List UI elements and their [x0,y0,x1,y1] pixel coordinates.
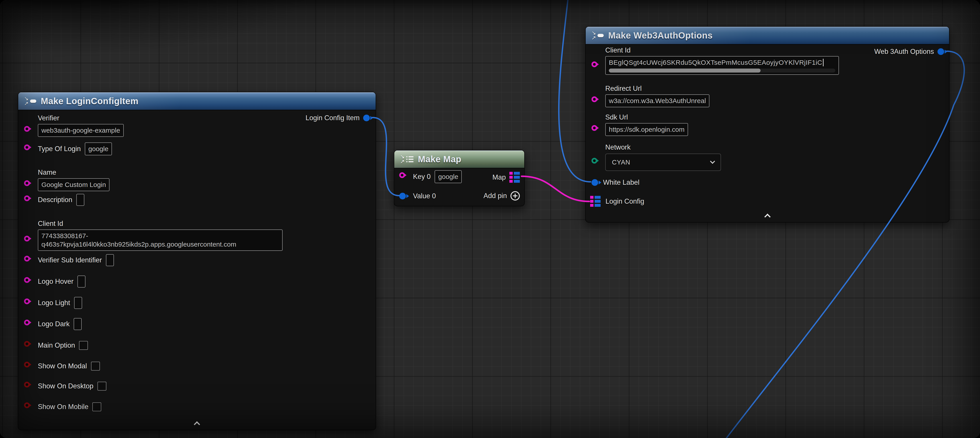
pin-sdk-url[interactable] [592,125,597,131]
description-label: Description [38,196,72,204]
pin-logo-light[interactable] [24,298,30,304]
login-config-label: Login Config [606,197,644,206]
node-header-make-loginconfigitem[interactable]: ↘↗ Make LoginConfigItem [18,92,375,110]
logo-dark-input[interactable] [74,318,82,330]
field-verifier: Verifier web3auth-google-example [38,114,124,137]
client-id-input[interactable]: BEglQSgt4cUWcj6SKRdu5QkOXTsePmMcusG5EAoy… [605,56,839,75]
node-header-make-web3authoptions[interactable]: ↘↗ Make Web3AuthOptions [586,27,949,45]
field-logo-light: Logo Light [38,297,82,309]
logo-light-input[interactable] [74,297,82,309]
redirect-url-input[interactable]: w3a://com.w3a.Web3AuthUnreal [605,94,710,107]
network-label: Network [605,143,721,152]
pin-logo-hover[interactable] [24,277,30,283]
show-on-desktop-checkbox[interactable] [97,382,107,390]
pin-show-on-desktop[interactable] [24,382,30,387]
field-redirect-url: Redirect Url w3a://com.w3a.Web3AuthUnrea… [605,84,710,107]
show-on-modal-label: Show On Modal [38,362,87,371]
node-make-loginconfigitem[interactable]: ↘↗ Make LoginConfigItem Login Config Ite… [18,92,376,430]
network-selected-value: CYAN [612,159,630,166]
pin-client-id[interactable] [592,61,597,67]
output-pin-label: Login Config Item [305,113,360,123]
field-sdk-url: Sdk Url https://sdk.openlogin.com [605,113,688,136]
pin-description[interactable] [24,196,30,201]
add-pin-label: Add pin [484,191,507,200]
wire-map-to-login-config[interactable] [522,176,589,201]
verifier-sub-identifier-input[interactable] [106,254,114,266]
field-main-option: Main Option [38,341,88,350]
add-pin-button[interactable] [511,191,520,201]
pin-verifier[interactable] [24,126,30,132]
pin-value-0[interactable] [399,193,406,199]
name-label: Name [38,168,110,177]
output-pin-map[interactable] [509,172,520,183]
show-on-mobile-label: Show On Mobile [38,402,88,411]
pin-logo-dark[interactable] [24,320,30,325]
show-on-mobile-checkbox[interactable] [92,402,101,411]
pin-name[interactable] [24,180,30,186]
pin-white-label[interactable] [592,179,598,186]
collapse-node-chevron-icon[interactable] [194,421,200,427]
logo-light-label: Logo Light [38,298,70,307]
logo-hover-label: Logo Hover [38,277,73,286]
field-type-of-login: Type Of Login google [38,142,112,155]
node-make-web3authoptions[interactable]: ↘↗ Make Web3AuthOptions Web 3Auth Option… [585,26,950,223]
field-verifier-sub-identifier: Verifier Sub Identifier [38,254,114,266]
field-description: Description [38,194,84,206]
node-make-map[interactable]: ↘↗ Make Map Key 0 google Map Value 0 Add… [394,150,525,206]
client-id-value: BEglQSgt4cUWcj6SKRdu5QkOXTsePmMcusG5EAoy… [609,58,822,67]
main-option-checkbox[interactable] [79,341,88,350]
add-pin-row: Add pin [484,191,520,201]
pin-network[interactable] [592,158,597,164]
chevron-down-icon [710,159,715,164]
verifier-label: Verifier [38,114,124,123]
key-0-input[interactable]: google [434,170,462,183]
horizontal-scrollbar-thumb[interactable] [609,68,760,73]
pin-show-on-modal[interactable] [24,362,30,368]
white-label-label: White Label [603,178,640,187]
description-input[interactable] [76,194,84,206]
output-pin-login-config-item[interactable] [363,115,370,121]
web3auth-options-output-label: Web 3Auth Options [874,47,934,56]
pin-main-option[interactable] [24,341,30,347]
field-client-id: Client Id BEglQSgt4cUWcj6SKRdu5QkOXTsePm… [605,46,839,75]
pin-verifier-sub-identifier[interactable] [24,256,30,261]
pin-key-0[interactable] [399,172,405,178]
sdk-url-input[interactable]: https://sdk.openlogin.com [605,123,688,136]
logo-dark-label: Logo Dark [38,320,70,328]
redirect-url-label: Redirect Url [605,84,710,93]
horizontal-scrollbar-track[interactable] [609,68,835,73]
make-struct-icon: ↘↗ [592,31,604,40]
map-output-label: Map [492,173,506,182]
show-on-modal-checkbox[interactable] [91,362,100,371]
network-dropdown[interactable]: CYAN [605,154,721,171]
field-white-label: White Label [592,178,640,187]
pin-client-id[interactable] [24,236,30,242]
field-key-0: Key 0 google [413,170,462,183]
collapse-node-chevron-icon[interactable] [764,213,771,219]
pin-type-of-login[interactable] [24,145,30,150]
pin-redirect-url[interactable] [592,96,597,102]
node-header-make-map[interactable]: ↘↗ Make Map [394,150,524,169]
show-on-desktop-label: Show On Desktop [38,382,94,390]
verifier-input[interactable]: web3auth-google-example [38,124,124,137]
output-pin-web3auth-options[interactable] [937,48,944,55]
field-value-0: Value 0 [413,192,436,201]
type-of-login-input[interactable]: google [85,142,112,155]
name-input[interactable]: Google Custom Login [38,178,110,191]
type-of-login-label: Type Of Login [38,145,81,153]
client-id-label: Client Id [38,219,283,228]
value-0-label: Value 0 [413,192,436,201]
blueprint-graph-canvas[interactable]: ↘↗ Make LoginConfigItem Login Config Ite… [0,0,980,438]
make-map-icon: ↘↗ [400,154,414,164]
node-title: Make Map [418,154,461,164]
logo-hover-input[interactable] [78,276,86,288]
pin-login-config[interactable] [590,196,601,207]
key-0-label: Key 0 [413,172,431,181]
field-network: Network CYAN [605,143,721,171]
pin-show-on-mobile[interactable] [24,402,30,408]
text-caret [823,59,824,66]
client-id-input[interactable]: 774338308167-q463s7kpvja16l4l0kko3nb925i… [38,229,283,251]
field-show-on-desktop: Show On Desktop [38,382,107,390]
verifier-sub-identifier-label: Verifier Sub Identifier [38,256,102,264]
field-logo-hover: Logo Hover [38,276,86,288]
